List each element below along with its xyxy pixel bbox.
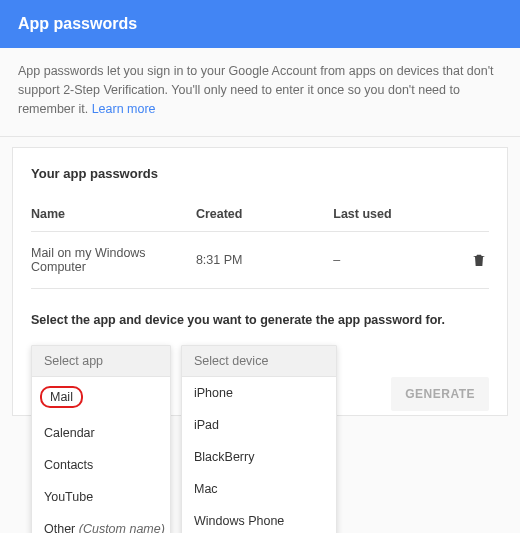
controls-row: Select app Mail Calendar Contacts YouTub… bbox=[31, 345, 489, 393]
intro-text: App passwords let you sign in to your Go… bbox=[0, 48, 520, 137]
select-app-dropdown[interactable]: Select app Mail Calendar Contacts YouTub… bbox=[31, 345, 171, 533]
mail-highlight: Mail bbox=[40, 386, 83, 408]
select-device-header: Select device bbox=[182, 346, 336, 377]
col-last-used: Last used bbox=[333, 199, 461, 232]
cell-name: Mail on my Windows Computer bbox=[31, 232, 196, 289]
select-device-item-windows-phone[interactable]: Windows Phone bbox=[182, 505, 336, 533]
select-device-item-mac[interactable]: Mac bbox=[182, 473, 336, 505]
app-passwords-card: Your app passwords Name Created Last use… bbox=[12, 147, 508, 416]
col-created: Created bbox=[196, 199, 333, 232]
page-header: App passwords bbox=[0, 0, 520, 48]
cell-last-used: – bbox=[333, 232, 461, 289]
select-app-item-contacts[interactable]: Contacts bbox=[32, 449, 170, 481]
card-title: Your app passwords bbox=[31, 166, 489, 181]
table-row: Mail on my Windows Computer 8:31 PM – bbox=[31, 232, 489, 289]
other-prefix: Other bbox=[44, 522, 79, 533]
intro-body: App passwords let you sign in to your Go… bbox=[18, 64, 494, 116]
select-device-item-blackberry[interactable]: BlackBerry bbox=[182, 441, 336, 473]
other-em: (Custom name) bbox=[79, 522, 165, 533]
select-app-header: Select app bbox=[32, 346, 170, 377]
generate-button[interactable]: GENERATE bbox=[391, 377, 489, 411]
learn-more-link[interactable]: Learn more bbox=[92, 102, 156, 116]
trash-icon[interactable] bbox=[471, 251, 485, 269]
passwords-table: Name Created Last used Mail on my Window… bbox=[31, 199, 489, 289]
select-app-item-calendar[interactable]: Calendar bbox=[32, 417, 170, 449]
select-device-dropdown[interactable]: Select device iPhone iPad BlackBerry Mac… bbox=[181, 345, 337, 533]
page-title: App passwords bbox=[18, 15, 137, 32]
generate-instruction: Select the app and device you want to ge… bbox=[31, 313, 489, 327]
col-name: Name bbox=[31, 199, 196, 232]
select-device-item-ipad[interactable]: iPad bbox=[182, 409, 336, 441]
select-app-item-other[interactable]: Other (Custom name) bbox=[32, 513, 170, 533]
cell-created: 8:31 PM bbox=[196, 232, 333, 289]
select-device-item-iphone[interactable]: iPhone bbox=[182, 377, 336, 409]
select-app-item-youtube[interactable]: YouTube bbox=[32, 481, 170, 513]
select-app-item-mail[interactable]: Mail bbox=[32, 377, 170, 417]
